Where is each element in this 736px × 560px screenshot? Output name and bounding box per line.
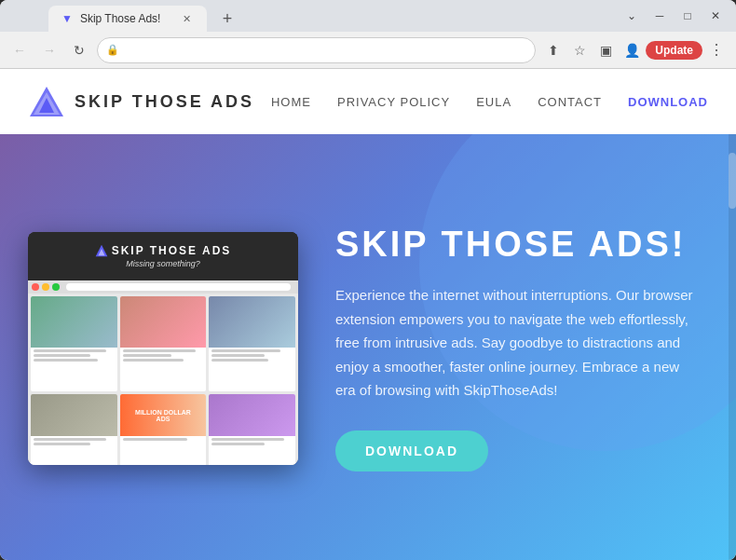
bookmark-icon[interactable]: ☆: [567, 38, 592, 62]
hero-title: SKIP THOSE ADS!: [335, 225, 699, 265]
hero-screenshot: SKIP THOSE ADS Missing something?: [28, 232, 298, 465]
toolbar-icons: ⬆ ☆ ▣ 👤 Update ⋮: [541, 38, 729, 62]
address-bar-wrapper: 🔒: [97, 37, 536, 63]
nav-download[interactable]: DOWNLOAD: [628, 95, 708, 109]
screenshot-logo-icon: [95, 244, 108, 257]
update-label: Update: [655, 44, 693, 57]
update-button[interactable]: Update: [646, 41, 702, 60]
logo-icon: [28, 83, 65, 120]
browser-menu-button[interactable]: ⋮: [704, 38, 729, 62]
browser-frame: ▼ Skip Those Ads! ✕ + ⌄ ─ □ ✕ ← → ↻ 🔒 ⬆ …: [0, 0, 736, 560]
screenshot-card-4: [31, 394, 117, 465]
screenshot-header: SKIP THOSE ADS Missing something?: [28, 232, 298, 280]
address-bar: ← → ↻ 🔒 ⬆ ☆ ▣ 👤 Update ⋮: [0, 32, 736, 69]
nav-home[interactable]: Home: [271, 95, 311, 109]
tab-title: Skip Those Ads!: [80, 12, 161, 25]
window-controls: ⌄ ─ □ ✕: [619, 6, 729, 26]
hero-section: SKIP THOSE ADS Missing something?: [0, 134, 736, 560]
download-button[interactable]: DOWNLOAD: [335, 430, 488, 471]
new-tab-button[interactable]: +: [214, 6, 240, 32]
screenshot-card-1: [31, 296, 117, 391]
tab-favicon: ▼: [61, 12, 73, 25]
hero-text: SKIP THOSE ADS! Experience the internet …: [335, 225, 699, 471]
nav-privacy[interactable]: Privacy Policy: [337, 95, 450, 109]
back-button[interactable]: ←: [7, 38, 32, 62]
screenshot-toolbar: [28, 280, 298, 294]
nav-contact[interactable]: Contact: [538, 95, 602, 109]
screenshot-inner: SKIP THOSE ADS Missing something?: [28, 232, 298, 465]
scrollbar-thumb: [729, 153, 736, 209]
screenshot-title: SKIP THOSE ADS: [112, 244, 232, 257]
close-button[interactable]: ✕: [702, 6, 729, 26]
chevron-down-icon[interactable]: ⌄: [619, 6, 645, 26]
site-logo: SKIP THOSE ADS: [28, 83, 254, 120]
minimize-button[interactable]: ─: [647, 6, 673, 26]
site-navbar: SKIP THOSE ADS Home Privacy Policy EULA …: [0, 69, 736, 134]
hero-scrollbar[interactable]: [729, 134, 736, 560]
logo-text: SKIP THOSE ADS: [75, 92, 254, 112]
lock-icon: 🔒: [106, 44, 119, 56]
nav-eula[interactable]: EULA: [476, 95, 511, 109]
site-nav-links: Home Privacy Policy EULA Contact DOWNLOA…: [271, 95, 708, 109]
maximize-button[interactable]: □: [675, 6, 701, 26]
screenshot-subtitle: Missing something?: [126, 259, 200, 268]
address-input[interactable]: [97, 37, 536, 63]
screenshot-card-2: [120, 296, 207, 391]
tab-close-button[interactable]: ✕: [179, 11, 194, 26]
share-icon[interactable]: ⬆: [541, 38, 566, 62]
website-content: SKIP THOSE ADS Home Privacy Policy EULA …: [0, 69, 736, 560]
active-tab[interactable]: ▼ Skip Those Ads! ✕: [48, 6, 207, 32]
screenshot-card-3: [209, 296, 295, 391]
titlebar: ▼ Skip Those Ads! ✕ + ⌄ ─ □ ✕: [0, 0, 736, 32]
screenshot-body: MILLION DOLLARADS: [28, 294, 298, 465]
screenshot-card-5: MILLION DOLLARADS: [120, 394, 207, 465]
screenshot-card-6: [209, 394, 295, 465]
profile-icon[interactable]: 👤: [620, 38, 644, 62]
forward-button[interactable]: →: [37, 38, 61, 62]
refresh-button[interactable]: ↻: [67, 38, 91, 62]
tab-collections-icon[interactable]: ▣: [593, 38, 618, 62]
hero-description: Experience the internet without interrup…: [335, 283, 699, 403]
